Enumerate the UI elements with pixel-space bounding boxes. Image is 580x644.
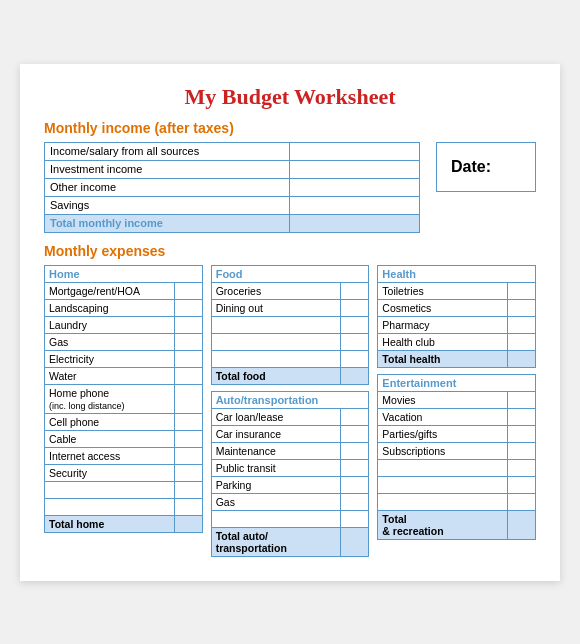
health-label-cosmetics: Cosmetics <box>378 299 508 316</box>
entertainment-spacer-1-input[interactable] <box>508 459 536 476</box>
auto-input-carinsurance[interactable] <box>341 425 369 442</box>
auto-label-parking: Parking <box>211 476 341 493</box>
health-entertainment-column: Health Toiletries Cosmetics Pharmacy <box>377 265 536 540</box>
food-spacer-2-label <box>211 333 341 350</box>
income-input-1[interactable] <box>289 142 419 160</box>
health-row-cosmetics: Cosmetics <box>378 299 536 316</box>
auto-row-maintenance: Maintenance <box>211 442 369 459</box>
entertainment-input-parties[interactable] <box>508 425 536 442</box>
food-spacer-1-label <box>211 316 341 333</box>
home-input-internet[interactable] <box>174 448 202 465</box>
income-label-4: Savings <box>45 196 290 214</box>
entertainment-label-parties: Parties/gifts <box>378 425 508 442</box>
entertainment-input-subscriptions[interactable] <box>508 442 536 459</box>
entertainment-spacer-3 <box>378 493 536 510</box>
entertainment-spacer-3-label <box>378 493 508 510</box>
food-spacer-1 <box>211 316 369 333</box>
home-total-label: Total home <box>45 516 175 533</box>
health-input-cosmetics[interactable] <box>508 299 536 316</box>
health-total-value[interactable] <box>508 350 536 367</box>
entertainment-spacer-2-input[interactable] <box>508 476 536 493</box>
auto-input-transit[interactable] <box>341 459 369 476</box>
income-label-1: Income/salary from all sources <box>45 142 290 160</box>
income-input-4[interactable] <box>289 196 419 214</box>
health-label-healthclub: Health club <box>378 333 508 350</box>
auto-row-transit: Public transit <box>211 459 369 476</box>
home-header-row: Home <box>45 265 203 282</box>
home-input-cable[interactable] <box>174 431 202 448</box>
home-input-homephone[interactable] <box>174 384 202 414</box>
entertainment-header: Entertainment <box>378 374 536 391</box>
entertainment-spacer-3-input[interactable] <box>508 493 536 510</box>
food-spacer-3 <box>211 350 369 367</box>
food-spacer-3-label <box>211 350 341 367</box>
home-row-homephone: Home phone(inc. long distance) <box>45 384 203 414</box>
income-input-2[interactable] <box>289 160 419 178</box>
home-input-cellphone[interactable] <box>174 414 202 431</box>
home-input-landscaping[interactable] <box>174 299 202 316</box>
income-total-value[interactable] <box>289 214 419 232</box>
home-input-water[interactable] <box>174 367 202 384</box>
home-input-mortgage[interactable] <box>174 282 202 299</box>
income-input-3[interactable] <box>289 178 419 196</box>
food-spacer-1-input[interactable] <box>341 316 369 333</box>
expenses-grid: Home Mortgage/rent/HOA Landscaping Laund… <box>44 265 536 557</box>
entertainment-total-value[interactable] <box>508 510 536 539</box>
food-spacer-3-input[interactable] <box>341 350 369 367</box>
auto-total-value[interactable] <box>341 527 369 556</box>
entertainment-input-vacation[interactable] <box>508 408 536 425</box>
home-input-gas[interactable] <box>174 333 202 350</box>
auto-input-carloan[interactable] <box>341 408 369 425</box>
auto-label-carloan: Car loan/lease <box>211 408 341 425</box>
home-label-cellphone: Cell phone <box>45 414 175 431</box>
income-row-1: Income/salary from all sources <box>45 142 420 160</box>
entertainment-row-movies: Movies <box>378 391 536 408</box>
auto-input-maintenance[interactable] <box>341 442 369 459</box>
budget-worksheet: My Budget Worksheet Monthly income (afte… <box>20 64 560 581</box>
home-label-landscaping: Landscaping <box>45 299 175 316</box>
home-input-security[interactable] <box>174 465 202 482</box>
home-spacer-1 <box>45 482 203 499</box>
auto-row-parking: Parking <box>211 476 369 493</box>
home-label-cable: Cable <box>45 431 175 448</box>
home-label-water: Water <box>45 367 175 384</box>
auto-label-gas: Gas <box>211 493 341 510</box>
food-label-dining: Dining out <box>211 299 341 316</box>
food-label-groceries: Groceries <box>211 282 341 299</box>
health-total-label: Total health <box>378 350 508 367</box>
health-table: Health Toiletries Cosmetics Pharmacy <box>377 265 536 368</box>
food-total-label: Total food <box>211 367 341 384</box>
auto-spacer-1-input[interactable] <box>341 510 369 527</box>
food-total-value[interactable] <box>341 367 369 384</box>
income-section-title: Monthly income (after taxes) <box>44 120 536 136</box>
home-row-electricity: Electricity <box>45 350 203 367</box>
entertainment-input-movies[interactable] <box>508 391 536 408</box>
income-table: Income/salary from all sources Investmen… <box>44 142 420 233</box>
food-row-dining: Dining out <box>211 299 369 316</box>
auto-row-carinsurance: Car insurance <box>211 425 369 442</box>
food-spacer-2-input[interactable] <box>341 333 369 350</box>
home-header: Home <box>45 265 203 282</box>
auto-table: Auto/transportation Car loan/lease Car i… <box>211 391 370 557</box>
auto-spacer-1-label <box>211 510 341 527</box>
auto-input-gas[interactable] <box>341 493 369 510</box>
home-row-security: Security <box>45 465 203 482</box>
home-spacer-1-input[interactable] <box>174 482 202 499</box>
home-total-value[interactable] <box>174 516 202 533</box>
auto-input-parking[interactable] <box>341 476 369 493</box>
health-input-pharmacy[interactable] <box>508 316 536 333</box>
income-label-2: Investment income <box>45 160 290 178</box>
home-spacer-1-label <box>45 482 175 499</box>
home-input-laundry[interactable] <box>174 316 202 333</box>
health-row-pharmacy: Pharmacy <box>378 316 536 333</box>
food-input-groceries[interactable] <box>341 282 369 299</box>
health-input-toiletries[interactable] <box>508 282 536 299</box>
food-auto-column: Food Groceries Dining out <box>211 265 370 557</box>
home-spacer-2-label <box>45 499 175 516</box>
food-input-dining[interactable] <box>341 299 369 316</box>
health-input-healthclub[interactable] <box>508 333 536 350</box>
income-row-3: Other income <box>45 178 420 196</box>
home-input-electricity[interactable] <box>174 350 202 367</box>
home-spacer-2-input[interactable] <box>174 499 202 516</box>
auto-spacer-1 <box>211 510 369 527</box>
